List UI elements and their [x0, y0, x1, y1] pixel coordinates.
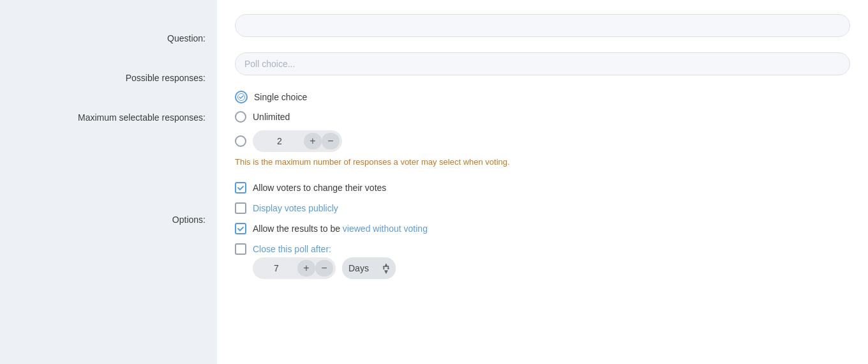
close-poll-value: 7 [255, 263, 297, 273]
radio-item-single[interactable]: Single choice [235, 91, 850, 103]
check-icon [237, 93, 245, 101]
options-label-cell: Options: [0, 209, 217, 337]
checkbox-change-votes [235, 182, 246, 193]
radio-unlimited-label: Unlimited [253, 112, 290, 122]
checkbox-change-votes-label: Allow voters to change their votes [253, 183, 386, 193]
radio-single-label: Single choice [254, 92, 307, 102]
question-label: Question: [167, 33, 206, 43]
checkbox-view-without-voting [235, 223, 246, 234]
possible-responses-input[interactable] [235, 52, 850, 75]
checkbox-item-view-without-voting[interactable]: Allow the results to be viewed without v… [235, 223, 850, 234]
close-poll-minus-button[interactable]: − [315, 260, 333, 277]
question-input[interactable] [235, 14, 850, 37]
possible-responses-field-group [235, 52, 850, 75]
checkbox-item-change-votes[interactable]: Allow voters to change their votes [235, 182, 850, 193]
radio-single-indicator [235, 91, 248, 103]
max-responses-helper: This is the maximum number of responses … [235, 157, 850, 167]
radio-item-custom[interactable]: 2 + − [235, 130, 850, 152]
checkbox-close-poll [235, 243, 246, 255]
checkbox-close-poll-label: Close this poll after: [253, 244, 331, 254]
possible-responses-label: Possible responses: [126, 73, 206, 83]
checkbox-group: Allow voters to change their votes Displ… [235, 182, 850, 279]
question-label-cell: Question: [0, 28, 217, 65]
close-poll-stepper-row: 7 + − Days Hours Minutes ▲▼ [253, 257, 850, 279]
form-container: Question: Possible responses: Maximum se… [0, 0, 868, 364]
checkbox-item-close-poll: Close this poll after: 7 + − Days Hou [235, 243, 850, 279]
possible-responses-label-cell: Possible responses: [0, 68, 217, 105]
close-poll-plus-button[interactable]: + [297, 260, 315, 277]
stepper-plus-button[interactable]: + [304, 133, 322, 149]
checkbox-view-without-voting-label: Allow the results to be viewed without v… [253, 224, 428, 234]
labels-column: Question: Possible responses: Maximum se… [0, 0, 217, 364]
checkbox-display-publicly [235, 202, 246, 214]
checkmark-icon-2 [237, 225, 244, 232]
checkmark-icon [237, 184, 244, 192]
days-select-wrapper: Days Hours Minutes ▲▼ [342, 257, 396, 279]
checkbox-display-publicly-label: Display votes publicly [253, 203, 338, 213]
radio-unlimited-indicator [235, 111, 246, 123]
stepper-minus-button[interactable]: − [322, 133, 340, 149]
question-field-group [235, 14, 850, 37]
days-select[interactable]: Days Hours Minutes [342, 257, 396, 279]
radio-custom-indicator [235, 135, 246, 147]
close-poll-stepper: 7 + − [253, 257, 336, 279]
options-field-group: Allow voters to change their votes Displ… [235, 182, 850, 279]
max-responses-stepper: 2 + − [253, 130, 342, 152]
radio-group: Single choice Unlimited 2 + − [235, 91, 850, 152]
max-selectable-field-group: Single choice Unlimited 2 + − [235, 91, 850, 167]
max-selectable-label: Maximum selectable responses: [78, 112, 206, 123]
options-label: Options: [172, 215, 206, 225]
fields-column: Single choice Unlimited 2 + − [217, 0, 868, 364]
checkbox-item-display-publicly[interactable]: Display votes publicly [235, 202, 850, 214]
radio-item-unlimited[interactable]: Unlimited [235, 111, 850, 123]
stepper-value: 2 [255, 136, 304, 146]
max-selectable-label-cell: Maximum selectable responses: [0, 107, 217, 209]
